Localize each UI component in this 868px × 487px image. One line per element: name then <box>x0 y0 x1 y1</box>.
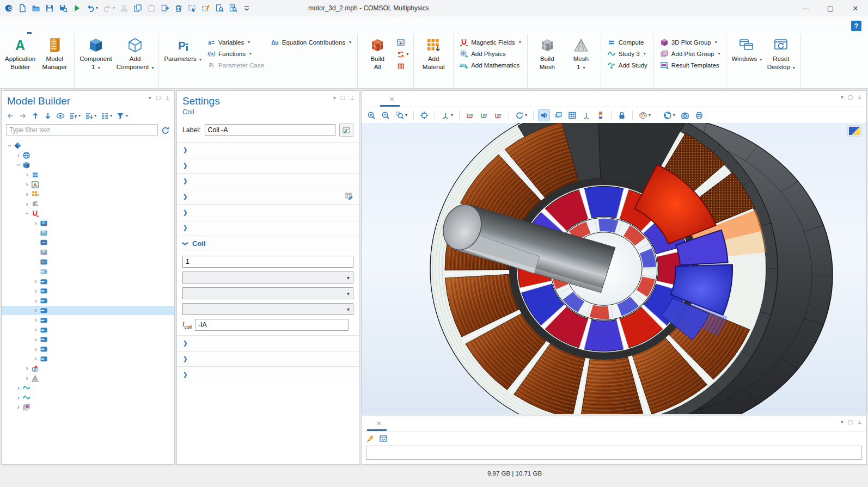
tree-node-moving-mesh[interactable]: › <box>2 199 174 209</box>
undo-button[interactable]: ▾ <box>86 4 98 13</box>
add-mathematics-button[interactable]: ΔuAdd Mathematics <box>460 61 521 70</box>
expand-all-button[interactable]: ▾ <box>69 112 81 120</box>
new-file-button[interactable] <box>18 4 27 13</box>
tree-expander[interactable]: › <box>32 326 39 334</box>
import-geometry-button[interactable] <box>396 38 408 47</box>
open-file-button[interactable] <box>32 4 40 13</box>
environment-button[interactable]: ▾ <box>662 110 676 121</box>
panel-menu-icon[interactable]: ▾ <box>841 420 843 425</box>
snapshot-button[interactable] <box>680 110 690 121</box>
maximize-button[interactable]: ▢ <box>818 0 843 16</box>
tree-node-component-1[interactable]: › <box>2 161 174 170</box>
messages-output[interactable] <box>366 446 862 460</box>
rotate-view-button[interactable]: ▾ <box>514 110 528 121</box>
tree-expander[interactable]: › <box>32 287 39 295</box>
move-up-button[interactable] <box>31 112 40 120</box>
zoom-out-button[interactable] <box>380 110 391 121</box>
tree-expander[interactable]: › <box>32 306 39 314</box>
graphics-tab-magnetic-flux-density[interactable]: ✕ <box>379 93 401 107</box>
tree-node-geometry-1[interactable]: ›A <box>2 180 174 189</box>
tree-node-definitions[interactable]: › <box>2 170 174 180</box>
tree-node-amp-re-s-law-2[interactable]: › <box>2 276 174 286</box>
tree-expander[interactable]: › <box>15 152 22 159</box>
tree-node-motor-3d-2-mph[interactable]: › <box>2 141 174 151</box>
menu-tab-definitions[interactable] <box>36 26 49 34</box>
study-3-button[interactable]: Study 3▾ <box>607 50 647 58</box>
copy-button[interactable] <box>133 4 142 13</box>
tree-expander[interactable]: › <box>32 297 39 305</box>
plot-thumbnail-icon[interactable] <box>848 126 861 136</box>
tree-node-amp-re-s-law-4[interactable]: › <box>2 296 174 306</box>
tree-node-results[interactable]: › <box>2 403 174 412</box>
panel-menu-icon[interactable]: ▾ <box>841 95 843 100</box>
close-icon[interactable]: ✕ <box>376 420 381 427</box>
menu-tab-file[interactable] <box>10 26 23 34</box>
tree-node-coil-+b[interactable]: › <box>2 325 174 335</box>
section-constitutive-relation-d-e[interactable]: ❯ <box>177 366 359 382</box>
functions-button[interactable]: f(x)Functions▾ <box>207 50 264 58</box>
toolbar-more-button[interactable] <box>242 4 251 13</box>
add-physics-button[interactable]: Add Physics <box>460 50 521 58</box>
tree-expander[interactable]: › <box>15 394 22 402</box>
section-material-type[interactable]: ❯ <box>177 204 359 220</box>
tree-node-amp-re-s-law-3[interactable]: › <box>2 286 174 296</box>
tree-node-coil-+c[interactable]: › <box>2 354 174 364</box>
run-button[interactable] <box>72 4 81 13</box>
view-lock-toggle[interactable] <box>616 110 627 121</box>
messages-tab-messages[interactable]: ✕ <box>366 417 388 431</box>
tree-expander[interactable]: › <box>23 190 30 198</box>
tree-node-magnetic-insulation-1[interactable]: D <box>2 228 174 238</box>
back-button[interactable] <box>6 112 15 120</box>
tree-node-magnetic-fields-no-currents[interactable]: › <box>2 363 174 373</box>
equation-contributions-button[interactable]: ΔuEquation Contributions▾ <box>271 38 351 47</box>
windows-button[interactable]: Windows ▾ <box>729 35 764 63</box>
add-component-button[interactable]: Add Component ▾ <box>114 35 156 71</box>
section-coil-header[interactable]: ❯ Coil <box>177 236 359 251</box>
open-messages-window-button[interactable] <box>379 434 388 443</box>
tree-expander[interactable]: › <box>32 336 39 343</box>
panel-float-icon[interactable]: ▢ <box>340 95 345 101</box>
build-all-button[interactable]: Build All <box>360 35 394 71</box>
tree-node-continuity-1[interactable] <box>2 267 174 276</box>
graphics-tab-graphics[interactable] <box>366 100 379 107</box>
help-button[interactable]: ? <box>851 21 861 31</box>
tree-node-amp-re-s-law-1[interactable]: ›D <box>2 218 174 228</box>
tree-node-materials[interactable]: › <box>2 189 174 199</box>
magnetic-fields-button[interactable]: +−Magnetic Fields▾ <box>460 38 521 47</box>
delete-button[interactable] <box>174 4 183 13</box>
panel-menu-icon[interactable]: ▾ <box>333 95 336 101</box>
search-button[interactable] <box>229 4 237 13</box>
minimize-button[interactable]: — <box>793 0 818 16</box>
refresh-button[interactable] <box>161 126 170 134</box>
cut-button[interactable] <box>120 4 129 13</box>
save-button[interactable] <box>45 4 54 13</box>
tree-expander[interactable]: › <box>32 355 39 362</box>
tree-node-coil-c[interactable]: › <box>2 344 174 354</box>
close-button[interactable]: ✕ <box>843 0 868 16</box>
forward-button[interactable] <box>19 112 27 120</box>
collapse-all-button[interactable]: ▾ <box>84 112 96 120</box>
tree-node-coil-+a[interactable]: › <box>2 315 174 325</box>
section-equation[interactable]: ❯ <box>177 173 359 189</box>
paste-button[interactable] <box>147 4 156 13</box>
menu-tab-study[interactable] <box>101 26 114 34</box>
tree-node-global-definitions[interactable]: › <box>2 151 174 161</box>
model-tree-filter-button[interactable]: ▾ <box>116 112 128 120</box>
tree-expander[interactable]: › <box>6 142 14 149</box>
tree-expander[interactable]: › <box>23 374 30 382</box>
tree-expander[interactable]: › <box>32 219 39 227</box>
section-model-input[interactable]: ❯ <box>177 189 359 205</box>
parameters-button[interactable]: PParameters ▾ <box>162 35 204 63</box>
transparency-toggle[interactable] <box>553 110 564 121</box>
coil-name-input[interactable] <box>182 256 353 268</box>
view-xy-button[interactable]: xy <box>464 110 475 121</box>
color-legend-toggle[interactable] <box>595 110 606 121</box>
coil-excitation-select[interactable] <box>182 303 353 315</box>
view-yz-button[interactable]: yz <box>479 110 490 121</box>
coil-current-input[interactable] <box>195 319 349 331</box>
find-button[interactable] <box>215 4 224 13</box>
variables-button[interactable]: a=Variables▾ <box>207 38 264 47</box>
add-study-button[interactable]: Add Study <box>607 61 647 70</box>
tree-node-continuity[interactable]: D <box>2 248 174 257</box>
color-theme-button[interactable]: ▾ <box>638 110 652 121</box>
